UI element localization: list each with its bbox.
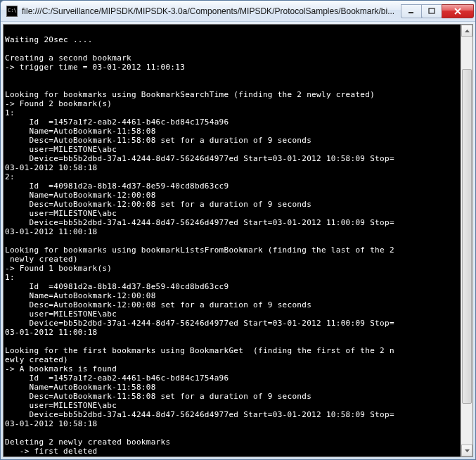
app-window: file:///C:/Surveillance/MIPSDK/MIPSDK-3.… <box>0 0 476 460</box>
minimize-icon <box>408 8 415 15</box>
chevron-up-icon <box>465 30 470 32</box>
minimize-button[interactable] <box>401 4 422 18</box>
svg-rect-0 <box>409 12 413 13</box>
console-container: Waiting 20sec .... Creating a second boo… <box>3 24 473 457</box>
scroll-thumb[interactable] <box>462 69 472 404</box>
maximize-button[interactable] <box>421 4 442 18</box>
close-icon <box>454 8 462 15</box>
close-button[interactable] <box>442 4 474 18</box>
maximize-icon <box>428 8 435 15</box>
scroll-down-button[interactable] <box>461 445 472 456</box>
console-output[interactable]: Waiting 20sec .... Creating a second boo… <box>4 25 461 456</box>
window-controls <box>401 4 474 18</box>
window-title: file:///C:/Surveillance/MIPSDK/MIPSDK-3.… <box>22 6 401 16</box>
titlebar[interactable]: file:///C:/Surveillance/MIPSDK/MIPSDK-3.… <box>1 1 475 22</box>
chevron-down-icon <box>465 449 470 452</box>
app-icon <box>6 6 18 17</box>
svg-rect-1 <box>429 8 435 13</box>
vertical-scrollbar[interactable] <box>461 25 472 456</box>
scroll-track[interactable] <box>461 37 472 445</box>
scroll-up-button[interactable] <box>461 25 472 37</box>
